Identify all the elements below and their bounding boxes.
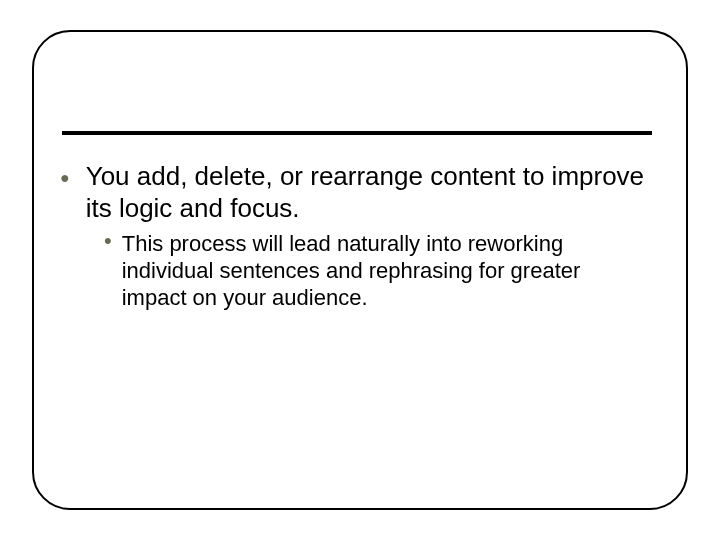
bullet-icon: •: [104, 230, 112, 252]
slide-content: ● You add, delete, or rearrange content …: [60, 160, 660, 311]
slide: ● You add, delete, or rearrange content …: [0, 0, 720, 540]
list-item: ● You add, delete, or rearrange content …: [60, 160, 660, 224]
list-item: • This process will lead naturally into …: [104, 230, 660, 311]
bullet-icon: ●: [60, 162, 70, 194]
bullet-text: You add, delete, or rearrange content to…: [86, 160, 660, 224]
sub-bullet-text: This process will lead naturally into re…: [122, 230, 622, 311]
title-underline: [62, 131, 652, 135]
